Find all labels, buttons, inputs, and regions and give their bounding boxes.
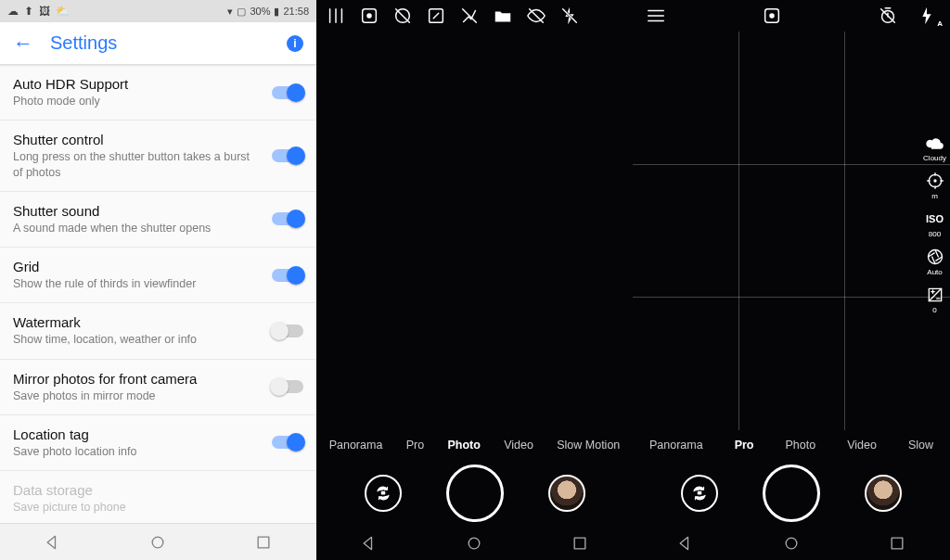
- nav-recent[interactable]: [571, 534, 589, 553]
- svg-point-7: [469, 538, 481, 549]
- svg-point-0: [153, 537, 164, 548]
- pro-iso-icon[interactable]: ISO800: [926, 210, 944, 238]
- setting-row: Data storageSave picture to phone: [0, 471, 316, 523]
- mode-slow-motion[interactable]: Slow Motion: [557, 439, 620, 452]
- exposure-icon: [926, 286, 944, 304]
- filter-off-icon[interactable]: [392, 6, 413, 26]
- toggle[interactable]: [272, 149, 303, 162]
- shutter-row: [633, 460, 950, 527]
- shutter-button[interactable]: [763, 465, 820, 522]
- setting-row[interactable]: Mirror photos for front cameraSave photo…: [0, 360, 316, 415]
- setting-row[interactable]: Shutter soundA sound made when the shutt…: [0, 192, 316, 248]
- nav-home[interactable]: [465, 534, 483, 553]
- nav-recent[interactable]: [888, 534, 906, 553]
- svg-rect-8: [574, 538, 585, 549]
- toggle[interactable]: [272, 436, 303, 449]
- gallery-thumbnail[interactable]: [548, 475, 585, 512]
- svg-point-17: [786, 538, 797, 549]
- setting-row[interactable]: Shutter controlLong press on the shutter…: [0, 121, 316, 192]
- shutter-row: [316, 460, 633, 527]
- upload-icon: ⬆: [24, 5, 33, 18]
- pro-value: 0: [932, 306, 936, 314]
- svg-rect-1: [258, 537, 269, 548]
- setting-row[interactable]: Auto HDR SupportPhoto mode only: [0, 65, 316, 121]
- setting-desc: A sound made when the shutter opens: [13, 221, 303, 235]
- mode-photo[interactable]: Photo: [785, 439, 815, 452]
- app-bar: ← Settings i: [0, 22, 316, 65]
- flash-auto-icon[interactable]: A: [917, 6, 937, 26]
- setting-desc: Long press on the shutter button takes a…: [13, 149, 303, 180]
- android-nav-bar: [0, 523, 316, 560]
- nav-home[interactable]: [782, 534, 801, 553]
- mode-selector[interactable]: PanoramaProPhotoVideoSlow: [633, 430, 950, 460]
- setting-title: Shutter sound: [13, 203, 303, 219]
- grid-overlay: [633, 32, 950, 430]
- focus-icon: [926, 172, 944, 190]
- nav-back[interactable]: [360, 534, 379, 553]
- setting-row[interactable]: GridShow the rule of thirds in viewfinde…: [0, 248, 316, 303]
- toggle[interactable]: [272, 86, 303, 99]
- gallery-thumbnail[interactable]: [865, 475, 902, 512]
- mode-selector[interactable]: PanoramaProPhotoVideoSlow Motion: [316, 430, 633, 460]
- nav-back[interactable]: [44, 533, 62, 552]
- setting-desc: Save photo location info: [13, 444, 303, 459]
- mode-photo[interactable]: Photo: [447, 439, 480, 452]
- motion-photo-icon[interactable]: [359, 6, 379, 26]
- toggle[interactable]: [272, 269, 303, 282]
- settings-list[interactable]: Auto HDR SupportPhoto mode onlyShutter c…: [0, 65, 316, 523]
- toggle[interactable]: [272, 212, 303, 225]
- toggle[interactable]: [272, 380, 303, 393]
- info-button[interactable]: i: [287, 35, 303, 52]
- pro-aperture-icon[interactable]: Auto: [926, 248, 944, 276]
- pro-value: 800: [929, 230, 941, 238]
- no-sim-icon: ▢: [237, 6, 246, 18]
- mode-video[interactable]: Video: [504, 439, 533, 452]
- nav-home[interactable]: [148, 533, 167, 552]
- camera-screen-photo: PanoramaProPhotoVideoSlow Motion: [316, 0, 633, 560]
- back-button[interactable]: ←: [13, 32, 33, 56]
- box-add-icon[interactable]: [426, 6, 446, 26]
- svg-point-13: [933, 179, 936, 182]
- pro-focus-icon[interactable]: m: [926, 172, 944, 200]
- nav-back[interactable]: [676, 534, 695, 553]
- motion-photo-icon[interactable]: [762, 6, 782, 26]
- cloud-icon: [926, 134, 944, 152]
- levels-icon[interactable]: [326, 6, 346, 26]
- folder-quick-icon[interactable]: [493, 6, 513, 26]
- android-nav-bar: [633, 527, 950, 560]
- page-title: Settings: [50, 32, 117, 54]
- setting-row[interactable]: WatermarkShow time, location, weather or…: [0, 303, 316, 359]
- mode-pro[interactable]: Pro: [735, 439, 754, 452]
- switch-camera-button[interactable]: [365, 475, 402, 512]
- timer-off-icon[interactable]: [878, 6, 898, 26]
- wifi-icon: ▾: [227, 6, 233, 18]
- setting-title: Data storage: [13, 482, 303, 498]
- viewfinder[interactable]: [316, 32, 633, 430]
- pro-cloud-icon[interactable]: Cloudy: [923, 134, 946, 162]
- svg-point-14: [928, 250, 942, 264]
- pro-exposure-icon[interactable]: 0: [926, 286, 944, 314]
- nav-recent[interactable]: [254, 533, 273, 552]
- menu-icon[interactable]: [646, 6, 666, 26]
- weather-icon: ⛅: [56, 5, 70, 18]
- mode-panorama[interactable]: Panorama: [329, 439, 383, 452]
- mode-video[interactable]: Video: [847, 439, 877, 452]
- svg-point-10: [769, 13, 775, 19]
- setting-title: Mirror photos for front camera: [13, 371, 303, 387]
- toggle[interactable]: [272, 325, 303, 337]
- status-bar: ☁ ⬆ 🖼 ⛅ ▾ ▢ 30% ▮ 21:58: [0, 0, 316, 22]
- mode-pro[interactable]: Pro: [406, 439, 424, 452]
- svg-rect-18: [892, 538, 903, 549]
- svg-rect-16: [698, 491, 702, 495]
- setting-title: Grid: [13, 259, 303, 274]
- switch-camera-button[interactable]: [681, 475, 718, 512]
- mode-panorama[interactable]: Panorama: [649, 439, 703, 452]
- eye-off-icon[interactable]: [526, 6, 546, 26]
- viewfinder[interactable]: CloudymISO800Auto0: [633, 32, 950, 430]
- flash-off-icon[interactable]: [559, 6, 580, 26]
- setting-row[interactable]: Location tagSave photo location info: [0, 415, 316, 471]
- mode-slow[interactable]: Slow: [908, 439, 933, 452]
- shutter-button[interactable]: [446, 465, 504, 522]
- retouch-off-icon[interactable]: [459, 6, 480, 26]
- android-nav-bar: [316, 527, 633, 560]
